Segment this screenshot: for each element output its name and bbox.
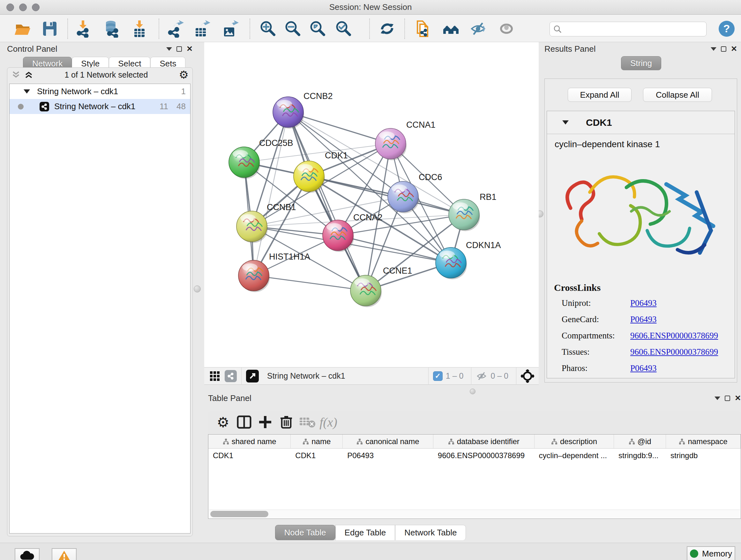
memory-button[interactable]: Memory (687, 546, 735, 560)
selected-checkbox-icon[interactable]: ✓ (433, 371, 443, 381)
left-splitter-handle[interactable] (194, 286, 201, 293)
node-CDKN1A[interactable]: CDKN1A (435, 240, 501, 279)
column-header-sharedname[interactable]: shared name (208, 435, 291, 448)
node-CCNA1[interactable]: CCNA1 (375, 120, 435, 160)
collapse-all-icon[interactable] (11, 71, 21, 79)
hide-selected-button[interactable] (469, 19, 487, 38)
export-table-icon (193, 20, 211, 38)
expand-all-button[interactable]: Expand All (568, 88, 631, 102)
toolbar-separator (250, 18, 250, 39)
show-columns-icon[interactable] (233, 413, 255, 431)
node-CCNB1[interactable]: CCNB1 (237, 202, 296, 243)
node-HIST1H1A[interactable]: HIST1H1A (239, 252, 310, 292)
panel-menu-icon[interactable] (711, 47, 717, 51)
function-builder-icon[interactable]: f(x) (318, 413, 339, 431)
collection-expander-icon[interactable] (23, 89, 30, 94)
node-RB1[interactable]: RB1 (449, 192, 496, 231)
memory-label: Memory (702, 549, 732, 559)
import-network-database-button[interactable] (102, 19, 121, 38)
help-button[interactable]: ? (718, 19, 736, 38)
table-cell[interactable]: 9606.ENSP00000378699 (433, 449, 535, 462)
show-all-button[interactable] (497, 19, 516, 38)
panel-float-icon[interactable] (725, 395, 730, 401)
delete-table-icon[interactable] (297, 413, 318, 431)
export-table-button[interactable] (193, 19, 211, 38)
string-home-button[interactable] (442, 19, 460, 38)
scrollbar-thumb[interactable] (210, 511, 268, 517)
zoom-out-button[interactable] (284, 19, 302, 38)
panel-menu-icon[interactable] (715, 396, 720, 400)
node-CDC25B[interactable]: CDC25B (229, 138, 293, 179)
table-cell[interactable]: CDK1 (291, 449, 343, 462)
panel-float-icon[interactable] (177, 46, 182, 52)
column-header-canonicalname[interactable]: canonical name (343, 435, 433, 448)
panel-close-icon[interactable]: ✕ (731, 45, 737, 53)
table-settings-gear-icon[interactable]: ⚙ (212, 413, 233, 431)
column-header-namespace[interactable]: namespace (666, 435, 741, 448)
table-row[interactable]: CDK1CDK1P064939606.ENSP00000378699cyclin… (208, 449, 741, 462)
crosslink-value-link[interactable]: 9606.ENSP00000378699 (630, 347, 718, 357)
zoom-selected-button[interactable] (334, 19, 353, 38)
cloud-button[interactable] (15, 548, 40, 560)
tab-string[interactable]: String (621, 56, 661, 70)
panel-close-icon[interactable]: ✕ (735, 394, 741, 402)
export-image-icon (221, 20, 239, 38)
column-header-databaseidentifier[interactable]: database identifier (433, 435, 535, 448)
birdseye-toggle-icon[interactable] (521, 369, 534, 383)
crosslink-value-link[interactable]: 9606.ENSP00000378699 (630, 331, 718, 341)
export-network-button[interactable] (167, 19, 185, 38)
table-horizontal-scrollbar[interactable] (209, 509, 740, 518)
hidden-eye-icon[interactable] (476, 371, 487, 381)
table-cell[interactable]: CDK1 (208, 449, 291, 462)
panel-close-icon[interactable]: ✕ (186, 45, 193, 53)
tab-edge-table[interactable]: Edge Table (335, 525, 395, 540)
network-graph[interactable]: CCNB2CCNA1CDC25BCDK1CDC6RB1CCNB1CCNA2CDK… (204, 42, 539, 367)
toolbar-search-field[interactable] (549, 22, 706, 37)
edge-CDK1-RB1[interactable] (309, 176, 464, 214)
edge-CCNB2-CCNE1[interactable] (288, 112, 366, 291)
save-session-button[interactable] (41, 19, 59, 38)
network-share-view-icon[interactable] (225, 370, 237, 382)
expand-all-icon[interactable] (24, 71, 33, 79)
grid-view-icon[interactable] (209, 371, 220, 381)
node-table[interactable]: shared namenamecanonical namedatabase id… (208, 434, 741, 519)
table-cell[interactable]: cyclin–dependent ... (535, 449, 614, 462)
table-cell[interactable]: stringdb:9... (614, 449, 666, 462)
zoom-fit-button[interactable] (309, 19, 327, 38)
import-network-file-button[interactable] (74, 19, 92, 38)
node-CDK1[interactable]: CDK1 (293, 151, 348, 193)
crosslink-row: Pharos:P06493 (562, 363, 735, 373)
open-session-button[interactable] (13, 19, 32, 38)
create-column-icon[interactable] (255, 413, 276, 431)
network-options-gear-icon[interactable]: ⚙ (179, 68, 189, 81)
tab-network-table[interactable]: Network Table (395, 525, 466, 540)
search-input[interactable] (562, 24, 699, 34)
delete-column-icon[interactable] (276, 413, 297, 431)
edge-CCNB2-HIST1H1A[interactable] (254, 112, 288, 275)
column-header-description[interactable]: description (535, 435, 614, 448)
string-import-button[interactable] (414, 19, 433, 38)
network-canvas[interactable]: CCNB2CCNA1CDC25BCDK1CDC6RB1CCNB1CCNA2CDK… (204, 42, 539, 367)
crosslink-value-link[interactable]: P06493 (630, 363, 657, 373)
warnings-button[interactable] (52, 548, 77, 560)
node-CCNE1[interactable]: CCNE1 (350, 266, 412, 307)
panel-float-icon[interactable] (721, 46, 726, 52)
tab-node-table[interactable]: Node Table (275, 525, 335, 540)
import-table-button[interactable] (130, 19, 149, 38)
detach-view-icon[interactable] (246, 370, 259, 382)
export-image-button[interactable] (221, 19, 240, 38)
table-cell[interactable]: stringdb (666, 449, 741, 462)
crosslink-value-link[interactable]: P06493 (630, 314, 657, 324)
collapse-all-button[interactable]: Collapse All (643, 88, 712, 102)
refresh-layout-button[interactable] (378, 19, 396, 38)
network-row[interactable]: String Network – cdk1 11 48 (10, 99, 190, 114)
table-cell[interactable]: P06493 (343, 449, 433, 462)
zoom-in-button[interactable] (259, 19, 277, 38)
panel-menu-icon[interactable] (166, 47, 172, 51)
network-collection-row[interactable]: String Network – cdk1 1 (10, 84, 190, 99)
column-header-id[interactable]: @id (614, 435, 666, 448)
crosslink-value-link[interactable]: P06493 (630, 298, 657, 308)
column-header-name[interactable]: name (291, 435, 343, 448)
entry-expander-icon[interactable] (562, 120, 569, 125)
edge-HIST1H1A-CCNE1[interactable] (254, 275, 366, 291)
